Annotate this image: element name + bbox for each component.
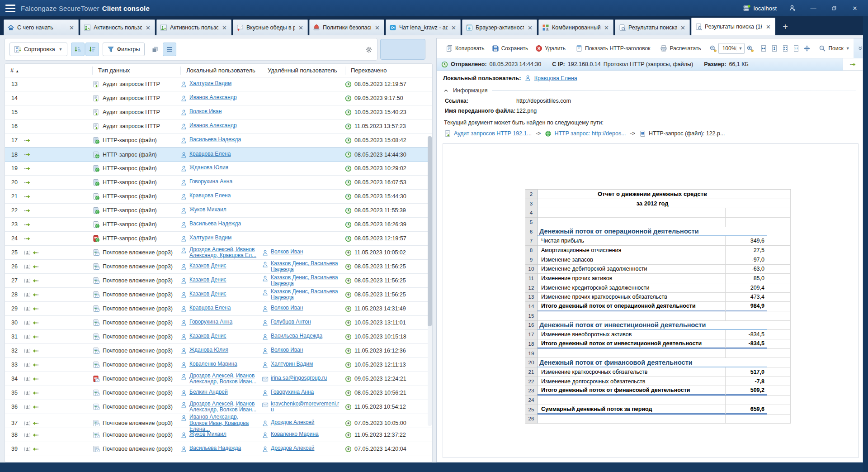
- tab-close-icon[interactable]: ✕: [374, 24, 381, 31]
- local-user-link[interactable]: Васильева Надежда: [189, 137, 241, 143]
- fit-page-button[interactable]: [780, 42, 791, 55]
- local-user-link[interactable]: Иванов Александр, Волков Иван, Кравцова …: [189, 414, 257, 433]
- restore-button[interactable]: [825, 0, 844, 16]
- tab-активность-пользоват-[interactable]: Активность пользоват...✕: [80, 19, 155, 35]
- local-user-link[interactable]: Дроздов Алексей, Иванов Александр, Волко…: [189, 401, 257, 413]
- remote-user-link[interactable]: Говорухина Анна: [271, 389, 314, 396]
- local-user-link[interactable]: Жуков Михаил: [189, 431, 226, 438]
- delete-button[interactable]: Удалить: [532, 42, 569, 55]
- fit-width-button[interactable]: [758, 42, 769, 55]
- remote-user-link[interactable]: Казаков Денис, Васильева Надежда: [271, 289, 340, 301]
- fit-height-button[interactable]: [769, 42, 780, 55]
- view-cards-button[interactable]: [148, 43, 162, 56]
- info-section-header[interactable]: Информация: [437, 85, 863, 95]
- local-user-link[interactable]: Жданова Юлия: [189, 165, 228, 171]
- filters-button[interactable]: Фильтры: [103, 43, 145, 56]
- sort-button[interactable]: az Сортировка▼: [9, 43, 67, 56]
- server-status[interactable]: localhost: [739, 5, 781, 12]
- table-row[interactable]: 18HTTP-запрос (файл)Кравцова Елена08.05.…: [5, 148, 432, 162]
- minimize-button[interactable]: —: [804, 0, 823, 16]
- local-user-link[interactable]: Васильева Надежда: [189, 445, 241, 452]
- table-row[interactable]: 16Аудит запросов HTTPИванов Александр11.…: [5, 119, 432, 133]
- hamburger-menu-icon[interactable]: [0, 0, 21, 16]
- close-button[interactable]: ✕: [845, 0, 864, 16]
- table-row[interactable]: 23HTTP-запрос (файл)Васильева Надежда08.…: [5, 218, 432, 232]
- zoom-level-select[interactable]: 100%▼: [718, 43, 745, 54]
- zoom-in-button[interactable]: [745, 42, 755, 55]
- local-user-link[interactable]: Дроздов Алексей, Иванов Александр, Кравц…: [189, 247, 257, 259]
- tab-close-icon[interactable]: ✕: [145, 24, 151, 31]
- local-user-link[interactable]: Иванов Александр: [189, 95, 237, 101]
- local-user-link[interactable]: Иванов Александр: [189, 123, 237, 129]
- settings-gear-icon[interactable]: [365, 45, 373, 53]
- tab-close-icon[interactable]: ✕: [527, 24, 533, 31]
- actual-size-button[interactable]: 1:1: [791, 42, 802, 55]
- table-row[interactable]: 35Почтовое вложение (pop3)Белкин АндрейГ…: [5, 386, 432, 400]
- local-user-link[interactable]: Жданова Юлия: [189, 347, 228, 353]
- sort-descending-button[interactable]: [85, 43, 99, 56]
- tab-close-icon[interactable]: ✕: [765, 24, 772, 30]
- remote-user-link[interactable]: irina.sa@ingosgroup.ru: [271, 375, 327, 381]
- table-row[interactable]: 14Аудит запросов HTTPИванов Александр09.…: [5, 91, 432, 105]
- document-preview[interactable]: 2Отчет о движении денежных средств3за 20…: [443, 143, 859, 458]
- tab-чат-lena-kravz-adroz-[interactable]: Чат lena_kravz - adroz...✕: [386, 19, 461, 35]
- table-row[interactable]: 19HTTP-запрос (файл)Жданова Юлия08.05.20…: [5, 162, 432, 176]
- tab-close-icon[interactable]: ✕: [679, 24, 686, 31]
- table-row[interactable]: 24HTTP-запрос (файл)Халтурин Вадим08.05.…: [5, 232, 432, 246]
- remote-user-link[interactable]: Дроздов Алексей: [271, 420, 314, 426]
- search-in-document-button[interactable]: Поиск▼: [815, 42, 853, 55]
- remote-user-link[interactable]: Дроздов Алексей: [271, 445, 314, 452]
- tab-с-чего-начать[interactable]: С чего начать✕: [4, 19, 79, 35]
- local-user-link[interactable]: Дроздов Алексей, Иванов Александр, Волко…: [189, 373, 257, 385]
- local-user-link[interactable]: Коваленко Марина: [189, 361, 237, 367]
- table-row[interactable]: 15Аудит запросов HTTPВолков Иван10.05.20…: [5, 105, 432, 119]
- table-row[interactable]: 21HTTP-запрос (файл)Кравцова Елена08.05.…: [5, 190, 432, 204]
- table-row[interactable]: 13Аудит запросов HTTPХалтурин Вадим08.05…: [5, 77, 432, 91]
- remote-user-link[interactable]: Казаков Денис, Васильева Надежда: [271, 261, 340, 273]
- remote-user-link[interactable]: Волков Иван: [271, 305, 303, 311]
- table-row[interactable]: 30Почтовое вложение (pop3)Говорухина Анн…: [5, 316, 432, 330]
- remote-user-link[interactable]: kravchenko@morevremeni.ru: [271, 401, 340, 413]
- local-user-link[interactable]: Казаков Денис: [189, 263, 226, 269]
- table-scrollbar[interactable]: [428, 136, 432, 426]
- local-user-link[interactable]: Говорухина Анна: [189, 319, 232, 325]
- view-list-button[interactable]: [163, 43, 176, 56]
- remote-user-link[interactable]: Коваленко Марина: [271, 431, 319, 438]
- tab-результаты-поиска-163-[interactable]: Результаты поиска (163)✕: [691, 18, 775, 35]
- save-button[interactable]: Сохранить: [488, 42, 532, 55]
- tab-результаты-поиска-92-[interactable]: Результаты поиска (92)✕: [615, 19, 690, 35]
- table-row[interactable]: 32Почтовое вложение (pop3)Жданова ЮлияВо…: [5, 344, 432, 358]
- tab-close-icon[interactable]: ✕: [68, 24, 75, 31]
- table-row[interactable]: 39Почтовое вложение (pop3)Васильева Наде…: [5, 442, 432, 456]
- local-user-link[interactable]: Казаков Денис: [189, 333, 226, 339]
- remote-user-link[interactable]: Волков Иван: [271, 249, 303, 255]
- table-row[interactable]: 29Почтовое вложение (pop3)Кравцова Елена…: [5, 302, 432, 316]
- local-user-link[interactable]: Кравцова Елена: [189, 305, 231, 311]
- table-row[interactable]: 33Почтовое вложение (pop3)Коваленко Мари…: [5, 358, 432, 372]
- zoom-out-button[interactable]: [708, 42, 718, 55]
- remote-user-link[interactable]: Васильева Надежда: [271, 333, 322, 339]
- remote-user-link[interactable]: Халтурин Вадим: [271, 361, 313, 367]
- show-http-headers-button[interactable]: Показать HTTP-заголовок: [572, 42, 654, 55]
- table-row[interactable]: 28Почтовое вложение (pop3)Казаков ДенисК…: [5, 288, 432, 302]
- tab-комбинированный-п-[interactable]: Комбинированный п...✕: [538, 19, 613, 35]
- table-row[interactable]: 22HTTP-запрос (файл)Жуков Михаил08.05.20…: [5, 204, 432, 218]
- local-user-link[interactable]: Кравцова Елена: [189, 151, 231, 157]
- local-user-link[interactable]: Казаков Денис: [189, 291, 226, 297]
- table-row[interactable]: 17HTTP-запрос (файл)Васильева Надежда08.…: [5, 133, 432, 148]
- path-segment[interactable]: HTTP запрос: http://depos...: [554, 130, 626, 137]
- table-row[interactable]: 26Почтовое вложение (pop3)Казаков ДенисК…: [5, 260, 432, 274]
- pan-button[interactable]: [802, 42, 812, 55]
- table-row[interactable]: 31Почтовое вложение (pop3)Казаков ДенисВ…: [5, 330, 432, 344]
- local-user-link[interactable]: Кравцова Елена: [189, 193, 231, 199]
- remote-user-link[interactable]: Волков Иван: [271, 347, 303, 353]
- remote-user-link[interactable]: Голубцов Антон: [271, 319, 311, 325]
- local-user-link[interactable]: Кравцова Елена: [534, 75, 577, 81]
- table-row[interactable]: 25Почтовое вложение (pop3)Дроздов Алексе…: [5, 246, 432, 260]
- sort-ascending-button[interactable]: [71, 43, 85, 56]
- toolbar-overflow-button[interactable]: [854, 38, 863, 58]
- path-segment[interactable]: Аудит запросов HTTP 192.1...: [454, 130, 532, 137]
- local-user-link[interactable]: Говорухина Анна: [189, 179, 232, 185]
- print-button[interactable]: Распечатать: [656, 42, 704, 55]
- table-row[interactable]: 37Почтовое вложение (pop3)Иванов Алексан…: [5, 414, 432, 428]
